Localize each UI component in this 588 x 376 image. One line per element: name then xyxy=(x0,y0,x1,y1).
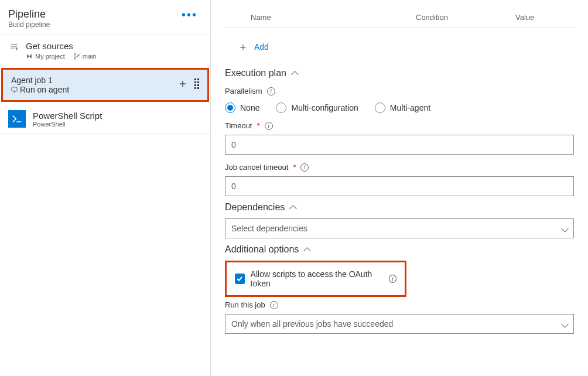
powershell-sub: PowerShell xyxy=(33,121,102,128)
info-icon[interactable]: i xyxy=(265,122,273,130)
dependencies-select[interactable]: Select dependencies xyxy=(225,218,574,238)
get-sources-row[interactable]: Get sources My project main xyxy=(0,35,210,66)
parallelism-radios: None Multi-configuration Multi-agent xyxy=(225,102,574,113)
job-cancel-timeout-label: Job cancel timeout xyxy=(225,163,288,172)
agent-job-sub: Run on agent xyxy=(20,85,69,94)
powershell-icon xyxy=(8,110,26,128)
parallelism-label: Parallelism xyxy=(225,87,262,95)
svg-point-2 xyxy=(77,54,79,56)
info-icon[interactable]: i xyxy=(300,163,309,172)
oauth-label: Allow scripts to access the OAuth token xyxy=(251,269,383,288)
radio-multi-agent[interactable]: Multi-agent xyxy=(375,102,430,113)
chevron-down-icon xyxy=(561,319,568,329)
svg-rect-3 xyxy=(12,87,17,90)
more-actions-icon[interactable]: ••• xyxy=(177,8,202,21)
project-icon xyxy=(26,53,33,60)
dependencies-header[interactable]: Dependencies xyxy=(225,202,574,213)
radio-none[interactable]: None xyxy=(225,102,259,113)
powershell-task-row[interactable]: PowerShell Script PowerShell xyxy=(0,104,210,134)
job-cancel-timeout-input[interactable] xyxy=(225,176,574,196)
agent-job-label: Agent job 1 xyxy=(11,76,171,85)
add-label: Add xyxy=(254,42,269,52)
agent-job-row[interactable]: Agent job 1 Run on agent ＋ xyxy=(1,68,209,102)
get-sources-label: Get sources xyxy=(26,41,202,51)
pipeline-title: Pipeline xyxy=(8,8,177,20)
execution-plan-header[interactable]: Execution plan xyxy=(225,68,574,78)
project-name: My project xyxy=(35,53,65,60)
timeout-input[interactable] xyxy=(225,135,574,155)
dependencies-placeholder: Select dependencies xyxy=(231,224,307,233)
pipeline-tree: Pipeline Build pipeline ••• Get sources … xyxy=(0,0,211,376)
run-this-job-label: Run this job xyxy=(225,300,265,309)
pipeline-subtitle: Build pipeline xyxy=(8,20,177,29)
branch-chip: main xyxy=(73,53,97,60)
project-chip: My project xyxy=(26,53,65,60)
add-icon: ＋ xyxy=(238,40,248,54)
dependencies-title: Dependencies xyxy=(225,202,285,213)
drag-handle-icon[interactable] xyxy=(194,78,199,89)
info-icon[interactable]: i xyxy=(267,87,275,95)
pipeline-header: Pipeline Build pipeline ••• xyxy=(0,0,210,35)
col-condition: Condition xyxy=(416,9,515,28)
execution-plan-title: Execution plan xyxy=(225,68,286,78)
svg-point-1 xyxy=(74,57,76,59)
info-icon[interactable]: i xyxy=(270,301,278,309)
agent-icon xyxy=(11,87,18,93)
add-task-icon[interactable]: ＋ xyxy=(177,76,189,91)
sources-icon xyxy=(8,43,20,51)
run-this-job-select[interactable]: Only when all previous jobs have succeed… xyxy=(225,314,574,334)
branch-name: main xyxy=(83,53,97,60)
oauth-highlight: Allow scripts to access the OAuth token … xyxy=(225,261,406,297)
additional-options-header[interactable]: Additional options xyxy=(225,244,574,255)
variables-table-header: Name Condition Value xyxy=(225,9,574,28)
add-button[interactable]: ＋ Add xyxy=(225,28,574,62)
job-details-panel: Name Condition Value ＋ Add Execution pla… xyxy=(211,0,588,376)
info-icon[interactable]: i xyxy=(389,275,396,283)
additional-options-title: Additional options xyxy=(225,244,299,255)
col-value: Value xyxy=(515,9,574,28)
run-this-job-value: Only when all previous jobs have succeed… xyxy=(231,319,393,329)
radio-multi-configuration[interactable]: Multi-configuration xyxy=(276,102,358,113)
powershell-label: PowerShell Script xyxy=(33,111,102,121)
svg-point-0 xyxy=(74,53,76,55)
col-name: Name xyxy=(251,9,416,28)
agent-icon-chip: Run on agent xyxy=(11,85,171,94)
branch-icon xyxy=(73,53,80,60)
chevron-down-icon xyxy=(561,224,568,233)
timeout-label: Timeout xyxy=(225,121,252,130)
oauth-checkbox[interactable] xyxy=(235,274,245,284)
